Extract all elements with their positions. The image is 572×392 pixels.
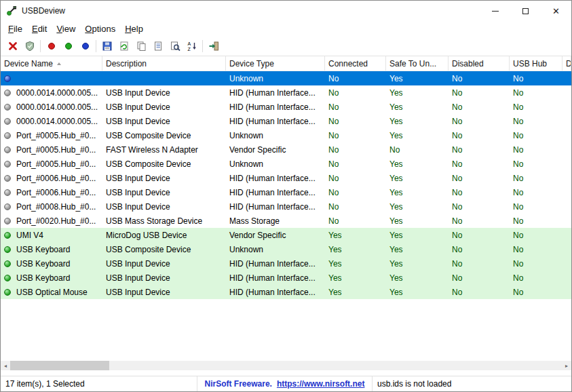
safe-to-unplug-cell: Yes (386, 102, 449, 112)
device-status-icon (4, 260, 11, 267)
menu-options[interactable]: Options (80, 22, 120, 36)
device-type-cell: HID (Human Interface... (226, 288, 325, 297)
menu-edit[interactable]: Edit (27, 22, 52, 36)
menu-file[interactable]: File (3, 22, 27, 36)
nirsoft-link[interactable]: https://www.nirsoft.net (277, 379, 365, 389)
safe-to-unplug-cell: Yes (386, 131, 449, 140)
device-name-text: Port_#0005.Hub_#0... (16, 131, 96, 140)
menu-view[interactable]: View (52, 22, 80, 36)
scroll-thumb[interactable] (10, 361, 109, 370)
table-row[interactable]: Port_#0005.Hub_#0...USB Composite Device… (1, 128, 571, 142)
exit-button[interactable] (205, 39, 222, 54)
device-status-icon (4, 90, 11, 96)
description-cell: USB Input Device (102, 202, 226, 212)
device-type-cell: HID (Human Interface... (226, 174, 325, 183)
table-row[interactable]: Port_#0020.Hub_#0...USB Mass Storage Dev… (1, 214, 571, 228)
device-name-text: Port_#0008.Hub_#0... (16, 202, 96, 212)
refresh-button[interactable] (115, 39, 132, 54)
device-type-cell: Vendor Specific (226, 145, 325, 155)
device-name-cell: Port_#0020.Hub_#0... (1, 216, 102, 226)
table-row[interactable]: Port_#0005.Hub_#0...USB Composite Device… (1, 157, 571, 171)
device-type-cell: HID (Human Interface... (226, 273, 325, 283)
column-label: Connected (328, 59, 368, 68)
column-label: Device Name (4, 59, 53, 68)
uninstall-device-button[interactable] (4, 39, 21, 54)
device-name-text: Port_#0006.Hub_#0... (16, 174, 96, 183)
table-row[interactable]: 0000.0014.0000.005...USB Input DeviceHID… (1, 100, 571, 114)
scroll-left-button[interactable]: ◂ (1, 361, 10, 370)
column-header-disabled[interactable]: Disabled (449, 56, 510, 71)
scroll-right-button[interactable]: ▸ (562, 361, 571, 370)
table-row[interactable]: USB KeyboardUSB Composite DeviceUnknownY… (1, 242, 571, 256)
description-cell: USB Composite Device (102, 159, 226, 169)
red-filter-button[interactable] (43, 39, 60, 54)
device-name-cell: USB Optical Mouse (1, 288, 102, 297)
table-row[interactable]: 0000.0014.0000.005...USB Input DeviceHID… (1, 85, 571, 100)
window-title: USBDeview (22, 6, 65, 16)
device-name-cell: Port_#0008.Hub_#0... (1, 202, 102, 212)
table-row[interactable]: Port_#0006.Hub_#0...USB Input DeviceHID … (1, 171, 571, 185)
disabled-cell: No (449, 145, 510, 155)
minimize-button[interactable] (480, 1, 510, 21)
safe-to-unplug-cell: Yes (386, 188, 449, 197)
blue-filter-button[interactable] (77, 39, 94, 54)
device-type-cell: Unknown (226, 159, 325, 169)
sort-button[interactable]: A Z (183, 39, 200, 54)
device-name-cell: 0000.0014.0000.005... (1, 102, 102, 112)
copy-button[interactable] (132, 39, 149, 54)
horizontal-scrollbar[interactable]: ◂ ▸ (1, 361, 571, 370)
toolbar-separator (202, 40, 203, 52)
device-name-text: 0000.0014.0000.005... (16, 117, 98, 126)
table-row[interactable]: USB KeyboardUSB Input DeviceHID (Human I… (1, 271, 571, 285)
table-row[interactable]: Port_#0008.Hub_#0...USB Input DeviceHID … (1, 199, 571, 214)
usb-hub-cell: No (510, 174, 563, 183)
column-header-drive[interactable]: D (563, 56, 571, 71)
usb-hub-cell: No (510, 259, 563, 269)
device-name-text: USB Optical Mouse (16, 288, 88, 297)
safe-to-unplug-cell: Yes (386, 88, 449, 98)
table-row[interactable]: USB Optical MouseUSB Input DeviceHID (Hu… (1, 285, 571, 299)
minimize-icon (492, 11, 499, 12)
device-table-body: UnknownNoYesNoNo0000.0014.0000.005...USB… (1, 71, 571, 361)
save-button[interactable] (98, 39, 115, 54)
column-header-description[interactable]: Description (102, 56, 226, 71)
menu-help[interactable]: Help (120, 22, 148, 36)
column-header-usb-hub[interactable]: USB Hub (510, 56, 563, 71)
device-name-cell: USB Keyboard (1, 273, 102, 283)
safe-to-unplug-cell: Yes (386, 259, 449, 269)
green-filter-button[interactable] (60, 39, 77, 54)
table-row[interactable]: Port_#0005.Hub_#0...FAST Wireless N Adap… (1, 142, 571, 157)
table-row[interactable]: UMI V4MicroDog USB DeviceVendor Specific… (1, 228, 571, 242)
protect-device-button[interactable] (21, 39, 38, 54)
device-status-icon (4, 246, 11, 253)
table-row[interactable]: Port_#0006.Hub_#0...USB Input DeviceHID … (1, 185, 571, 199)
device-status-icon (4, 161, 11, 168)
column-header-device-name[interactable]: Device Name (1, 56, 102, 71)
safe-to-unplug-cell: Yes (386, 273, 449, 283)
table-row[interactable]: UnknownNoYesNoNo (1, 71, 571, 85)
close-button[interactable]: ✕ (541, 1, 571, 21)
scroll-track[interactable] (10, 361, 562, 370)
usb-hub-cell: No (510, 117, 563, 126)
find-button[interactable] (166, 39, 183, 54)
properties-button[interactable] (149, 39, 166, 54)
table-row[interactable]: USB KeyboardUSB Input DeviceHID (Human I… (1, 256, 571, 271)
disabled-cell: No (449, 159, 510, 169)
disabled-cell: No (449, 216, 510, 226)
description-cell: USB Input Device (102, 259, 226, 269)
column-header-device-type[interactable]: Device Type (226, 56, 325, 71)
description-cell: USB Input Device (102, 88, 226, 98)
table-row[interactable]: 0000.0014.0000.005...USB Input DeviceHID… (1, 114, 571, 128)
usb-hub-cell: No (510, 216, 563, 226)
device-type-cell: Unknown (226, 245, 325, 254)
maximize-button[interactable] (510, 1, 541, 21)
device-status-icon (4, 75, 11, 82)
disabled-cell: No (449, 131, 510, 140)
column-header-safe-to-unplug[interactable]: Safe To Un... (386, 56, 449, 71)
device-name-cell: Port_#0005.Hub_#0... (1, 131, 102, 140)
device-name-cell: Port_#0005.Hub_#0... (1, 159, 102, 169)
column-header-connected[interactable]: Connected (325, 56, 386, 71)
status-item-count: 17 item(s), 1 Selected (1, 376, 197, 391)
connected-cell: Yes (325, 245, 386, 254)
connected-cell: Yes (325, 288, 386, 297)
